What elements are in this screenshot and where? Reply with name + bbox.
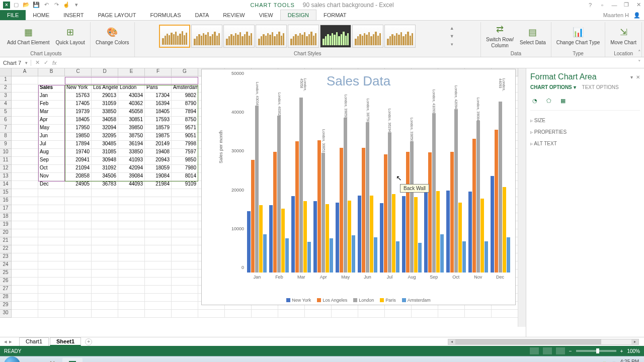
cell[interactable] [38,294,65,302]
cell[interactable] [225,310,252,318]
bar[interactable] [468,192,472,273]
cell[interactable]: 19408 [145,149,172,157]
cell[interactable]: Jan [38,93,65,101]
cell[interactable]: 43034 [118,93,145,101]
data-label[interactable]: London, 44093 [499,78,506,102]
cell[interactable] [12,173,38,181]
cell[interactable]: 8790 [172,101,198,109]
bar[interactable] [485,241,488,273]
bar[interactable] [424,191,428,273]
cell[interactable]: 20858 [65,173,92,181]
bar[interactable] [503,187,506,273]
row-header[interactable]: 2 [0,84,12,93]
cell[interactable] [118,221,145,229]
cell[interactable] [65,221,92,229]
bar[interactable] [418,243,422,273]
cell[interactable]: 45058 [118,109,145,117]
cell[interactable] [92,221,118,229]
cell[interactable] [92,189,118,197]
cell[interactable] [38,310,65,318]
row-header[interactable]: 11 [0,157,12,165]
cell[interactable] [38,213,65,221]
row-header[interactable]: 19 [0,221,12,229]
sheet-nav-first-icon[interactable]: ◂ [4,338,7,345]
cell[interactable]: Jun [38,133,65,141]
cell[interactable]: 39850 [118,125,145,133]
cell[interactable] [145,310,172,318]
bar[interactable] [321,153,325,273]
gallery-scroll-up-icon[interactable]: ▲ [448,24,456,32]
bar[interactable] [362,148,365,273]
cell[interactable]: 9109 [172,181,198,189]
bar[interactable] [499,102,502,273]
chart-legend[interactable]: New YorkLos AngelesLondonParisAmsterdam [202,298,515,303]
open-icon[interactable]: 📂 [22,1,30,9]
cell[interactable]: 21094 [65,165,92,173]
cell[interactable]: 17405 [65,101,92,109]
cell[interactable] [145,189,172,197]
data-label[interactable]: London, 39850 [344,95,348,118]
cell[interactable] [12,84,38,93]
bar[interactable] [317,140,321,273]
cell[interactable]: 31059 [92,101,118,109]
cell[interactable] [92,245,118,253]
cell[interactable]: 41093 [118,157,145,165]
cell[interactable]: 19739 [65,109,92,117]
data-label[interactable]: London, 42094 [454,85,458,109]
bar[interactable] [299,98,303,273]
embedded-chart[interactable]: Sales Data Sales per month 0100002000030… [201,69,516,305]
cell[interactable] [118,189,145,197]
bar[interactable] [273,152,277,273]
cell[interactable]: 17950 [65,125,92,133]
pane-section[interactable]: SIZE [530,115,640,126]
cell[interactable] [65,189,92,197]
cell[interactable]: Sales [38,84,65,93]
legend-item[interactable]: Amsterdam [402,298,431,303]
row-header[interactable]: 20 [0,229,12,237]
row-header[interactable]: 14 [0,181,12,189]
zoom-out-button[interactable]: − [569,348,572,354]
cell[interactable] [38,229,65,237]
cell[interactable] [118,286,145,294]
cell[interactable]: 19850 [65,133,92,141]
tray-time[interactable]: 4:25 PM [619,359,639,363]
bar[interactable] [446,191,450,273]
bar[interactable] [336,203,339,273]
cell[interactable]: 29013 [92,93,118,101]
ribbon-tab-review[interactable]: REVIEW [216,10,252,20]
cell[interactable] [118,302,145,310]
x-axis[interactable]: JanFebMarAprMayJunJulAugSepOctNovDec [246,275,511,280]
row-header[interactable]: 27 [0,286,12,294]
change-colors-button[interactable]: 🎨 Change Colors [94,26,131,47]
cell[interactable]: 20149 [145,141,172,149]
cell[interactable] [118,197,145,205]
data-label[interactable]: London, 40362 [278,93,281,116]
chart-style-thumb[interactable] [256,25,287,48]
data-label[interactable]: London, 33850 [410,118,414,141]
cell[interactable] [12,117,38,125]
cell[interactable] [252,310,278,318]
cell[interactable]: 9802 [172,93,198,101]
pane-section[interactable]: ALT TEXT [530,138,640,149]
row-header[interactable]: 25 [0,269,12,278]
cell[interactable]: 19084 [145,173,172,181]
cell[interactable] [38,302,65,310]
excel-task-icon[interactable]: X [62,358,83,363]
cell[interactable]: 7980 [172,165,198,173]
cell[interactable] [172,189,198,197]
row-header[interactable]: 17 [0,205,12,213]
cell[interactable]: 18579 [145,125,172,133]
cell[interactable] [12,229,38,237]
bar[interactable] [247,211,251,273]
bar[interactable] [392,194,395,273]
cell[interactable]: 15763 [65,93,92,101]
cell[interactable] [12,245,38,253]
cell[interactable] [145,245,172,253]
ribbon-tab-data[interactable]: DATA [188,10,216,20]
row-header[interactable]: 7 [0,125,12,133]
bar[interactable] [370,196,373,273]
bar[interactable] [374,237,377,273]
quick-layout-button[interactable]: ⊞ Quick Layout [54,26,87,47]
column-header[interactable]: G [172,68,198,76]
normal-view-button[interactable] [530,347,539,354]
